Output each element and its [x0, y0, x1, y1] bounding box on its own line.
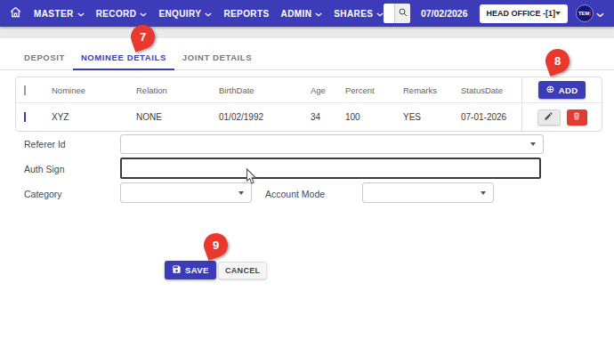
row-actions — [521, 103, 602, 131]
menu-label: RECORD — [96, 9, 137, 19]
column-header-nominee: Nominee — [52, 85, 136, 95]
caret-down-icon — [481, 191, 486, 195]
menu-label: SHARES — [334, 9, 373, 19]
chevron-down-icon — [140, 9, 147, 19]
app-window: MASTER RECORD ENQUIRY REPORTS ADMIN SHAR… — [0, 0, 614, 364]
column-header-remarks: Remarks — [403, 85, 461, 95]
referer-id-select[interactable] — [120, 134, 544, 154]
main-menu: MASTER RECORD ENQUIRY REPORTS ADMIN SHAR… — [34, 9, 384, 19]
add-circle-icon: ⊕ — [546, 85, 555, 95]
menu-item-reports[interactable]: REPORTS — [223, 9, 269, 19]
chevron-down-icon — [596, 5, 604, 21]
chevron-down-icon — [315, 9, 322, 19]
chevron-down-icon — [205, 9, 212, 19]
table-row: XYZ NONE 01/02/1992 34 100 YES 07-01-202… — [16, 103, 602, 131]
menu-item-admin[interactable]: ADMIN — [281, 9, 323, 19]
cell-remarks: YES — [403, 112, 461, 122]
branch-selector[interactable]: HEAD OFFICE -[1] — [480, 4, 569, 23]
save-button[interactable]: SAVE — [165, 261, 216, 279]
account-mode-select[interactable] — [362, 182, 494, 203]
menu-item-record[interactable]: RECORD — [96, 9, 148, 19]
cell-birthdate: 01/02/1992 — [219, 112, 311, 122]
home-icon — [9, 5, 22, 22]
company-logo: TEMi — [576, 4, 594, 22]
pencil-icon — [544, 110, 553, 124]
column-header-relation: Relation — [136, 85, 219, 95]
menu-item-master[interactable]: MASTER — [34, 9, 85, 19]
cell-percent: 100 — [345, 112, 403, 122]
caret-down-icon — [238, 191, 244, 195]
account-mode-label: Account Mode — [265, 189, 325, 199]
column-header-statusdate: StatusDate — [461, 85, 521, 95]
annotation-step-9: 9 — [200, 230, 231, 261]
caret-down-icon — [530, 142, 536, 146]
caret-down-icon — [555, 12, 561, 15]
annotation-step-8: 8 — [542, 45, 573, 77]
nominee-table: Nominee Relation BirthDate Age Percent R… — [15, 77, 602, 132]
profile-menu[interactable]: TEMi — [576, 4, 604, 22]
trash-icon — [572, 110, 581, 124]
cell-age: 34 — [311, 112, 345, 122]
account-search-box — [384, 4, 410, 23]
cell-statusdate: 07-01-2026 — [461, 112, 521, 122]
category-label: Category — [24, 189, 62, 199]
edit-row-button[interactable] — [537, 109, 561, 125]
save-disk-icon — [172, 264, 182, 276]
table-actions-header: ⊕ ADD — [521, 77, 602, 102]
cancel-button[interactable]: CANCEL — [218, 262, 267, 279]
home-button[interactable] — [9, 5, 22, 22]
add-nominee-button[interactable]: ⊕ ADD — [538, 81, 586, 99]
search-icon — [398, 5, 408, 21]
account-search-input[interactable] — [384, 4, 394, 23]
select-all-checkbox[interactable] — [24, 85, 26, 95]
branch-selector-value: HEAD OFFICE -[1] — [487, 9, 556, 18]
app-bar: MASTER RECORD ENQUIRY REPORTS ADMIN SHAR… — [0, 0, 614, 27]
toolbar-spacer — [0, 27, 614, 38]
menu-label: ENQUIRY — [158, 9, 201, 19]
auth-sign-input[interactable] — [120, 158, 541, 179]
mouse-cursor — [246, 168, 257, 189]
column-header-age: Age — [311, 85, 345, 95]
menu-label: ADMIN — [281, 9, 312, 19]
cell-nominee: XYZ — [52, 112, 136, 122]
tab-nominee-details[interactable]: NOMINEE DETAILS — [73, 46, 174, 70]
column-header-percent: Percent — [345, 85, 403, 95]
auth-sign-label: Auth Sign — [24, 164, 65, 174]
menu-item-enquiry[interactable]: ENQUIRY — [158, 9, 212, 19]
referer-id-label: Referer Id — [24, 139, 66, 150]
column-header-birthdate: BirthDate — [219, 85, 311, 95]
row-checkbox[interactable] — [24, 112, 26, 122]
tab-deposit[interactable]: DEPOSIT — [16, 46, 73, 70]
chevron-down-icon — [376, 9, 384, 19]
cell-relation: NONE — [136, 112, 219, 122]
tab-joint-details[interactable]: JOINT DETAILS — [174, 46, 260, 70]
chevron-down-icon — [77, 9, 85, 19]
delete-row-button[interactable] — [567, 109, 587, 125]
search-button[interactable] — [394, 4, 410, 23]
menu-label: MASTER — [34, 9, 74, 19]
category-select[interactable] — [120, 182, 252, 203]
table-header-row: Nominee Relation BirthDate Age Percent R… — [16, 77, 602, 103]
menu-item-shares[interactable]: SHARES — [334, 9, 384, 19]
current-date: 07/02/2026 — [421, 8, 468, 19]
menu-label: REPORTS — [223, 9, 269, 19]
